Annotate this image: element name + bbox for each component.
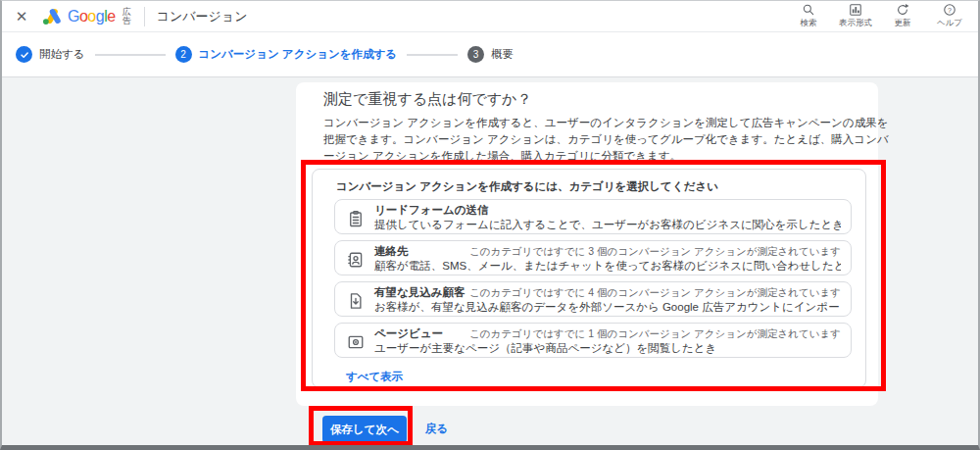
option-note: このカテゴリではすでに 4 個のコンバージョン アクションが測定されています	[469, 285, 841, 299]
option-body: 連絡先 このカテゴリではすでに 3 個のコンバージョン アクションが測定されてい…	[374, 244, 841, 274]
section-description: コンバージョン アクションを作成すると、ユーザーのインタラクションを測定して広告…	[323, 115, 890, 165]
save-and-continue-button[interactable]: 保存して次へ	[322, 416, 407, 443]
option-description: ユーザーが主要なページ（記事や商品ページなど）を閲覧したとき	[374, 340, 841, 356]
step2-number: 2	[175, 46, 192, 63]
option-title: リードフォームの送信	[374, 203, 489, 217]
header-divider	[144, 7, 145, 26]
option-note: このカテゴリではすでに 3 個のコンバージョン アクションが測定されています	[469, 244, 841, 258]
content-panel: 測定で重視する点は何ですか？ コンバージョン アクションを作成すると、ユーザーの…	[296, 82, 878, 406]
option-title: ページビュー	[374, 326, 443, 340]
display-format-icon	[849, 3, 862, 17]
category-card: コンバージョン アクションを作成するには、カテゴリを選択してください リードフォ…	[312, 169, 866, 388]
svg-text:?: ?	[948, 7, 952, 14]
step-summary[interactable]: 3 概要	[467, 46, 514, 63]
product-name: 広告	[122, 8, 134, 25]
contacts-icon	[347, 251, 367, 273]
step-connector	[95, 54, 166, 56]
step1-check-icon	[16, 46, 32, 63]
google-wordmark: Google	[68, 8, 116, 25]
step-connector	[407, 54, 458, 56]
pageview-icon	[347, 333, 367, 355]
progress-stepper: 開始する 2 コンバージョン アクションを作成する 3 概要	[2, 32, 978, 77]
ads-triangle-icon	[41, 8, 63, 25]
search-icon	[802, 3, 815, 17]
app-header: ✕ Google 広告 コンバージョン 検索	[2, 1, 978, 32]
category-option-contact[interactable]: 連絡先 このカテゴリではすでに 3 個のコンバージョン アクションが測定されてい…	[334, 240, 852, 275]
help-icon: ?	[943, 3, 956, 17]
category-option-qualified-lead[interactable]: 有望な見込み顧客 このカテゴリではすでに 4 個のコンバージョン アクションが測…	[334, 281, 852, 317]
option-description: お客様が、有望な見込み顧客のデータを外部ソースから Google 広告アカウント…	[374, 299, 841, 315]
lead-form-icon	[347, 210, 367, 231]
step3-number: 3	[467, 46, 484, 63]
import-icon	[347, 292, 367, 314]
option-note: このカテゴリではすでに 1 個のコンバージョン アクションが測定されています	[469, 326, 841, 340]
step-create-action[interactable]: 2 コンバージョン アクションを作成する	[175, 46, 397, 63]
category-option-pageview[interactable]: ページビュー このカテゴリではすでに 1 個のコンバージョン アクションが測定さ…	[334, 323, 852, 358]
section-heading: 測定で重視する点は何ですか？	[323, 90, 531, 109]
back-button[interactable]: 戻る	[425, 422, 448, 436]
header-actions: 検索 表示形式 更新	[788, 3, 978, 29]
step3-label: 概要	[491, 47, 514, 62]
option-body: 有望な見込み顧客 このカテゴリではすでに 4 個のコンバージョン アクションが測…	[374, 285, 841, 315]
main-content: 測定で重視する点は何ですか？ コンバージョン アクションを作成すると、ユーザーの…	[2, 77, 978, 445]
option-title: 連絡先	[374, 244, 409, 258]
help-button[interactable]: ? ヘルプ	[929, 3, 970, 29]
show-all-link[interactable]: すべて表示	[346, 370, 403, 384]
option-description: 提供しているフォームに記入することで、ユーザーがお客様のビジネスに関心を示したと…	[374, 217, 841, 232]
google-ads-conversion-window: ✕ Google 広告 コンバージョン 検索	[0, 0, 980, 450]
category-option-lead-form[interactable]: リードフォームの送信 提供しているフォームに記入することで、ユーザーがお客様のビ…	[334, 199, 852, 234]
option-body: リードフォームの送信 提供しているフォームに記入することで、ユーザーがお客様のビ…	[374, 203, 841, 232]
google-ads-logo[interactable]: Google 広告	[41, 8, 134, 25]
step-start[interactable]: 開始する	[16, 46, 85, 63]
display-format-button[interactable]: 表示形式	[835, 3, 876, 29]
refresh-button[interactable]: 更新	[882, 3, 923, 29]
step2-label: コンバージョン アクションを作成する	[199, 47, 397, 62]
option-title: 有望な見込み顧客	[374, 285, 466, 299]
category-card-title: コンバージョン アクションを作成するには、カテゴリを選択してください	[313, 170, 865, 199]
close-button[interactable]: ✕	[2, 8, 41, 25]
search-button[interactable]: 検索	[788, 3, 829, 29]
option-description: 顧客が電話、SMS、メール、またはチャットを使ってお客様のビジネスに問い合わせし…	[374, 258, 841, 274]
page-title: コンバージョン	[157, 8, 248, 25]
refresh-icon	[896, 3, 909, 17]
step1-label: 開始する	[39, 47, 85, 62]
option-body: ページビュー このカテゴリではすでに 1 個のコンバージョン アクションが測定さ…	[374, 326, 841, 356]
